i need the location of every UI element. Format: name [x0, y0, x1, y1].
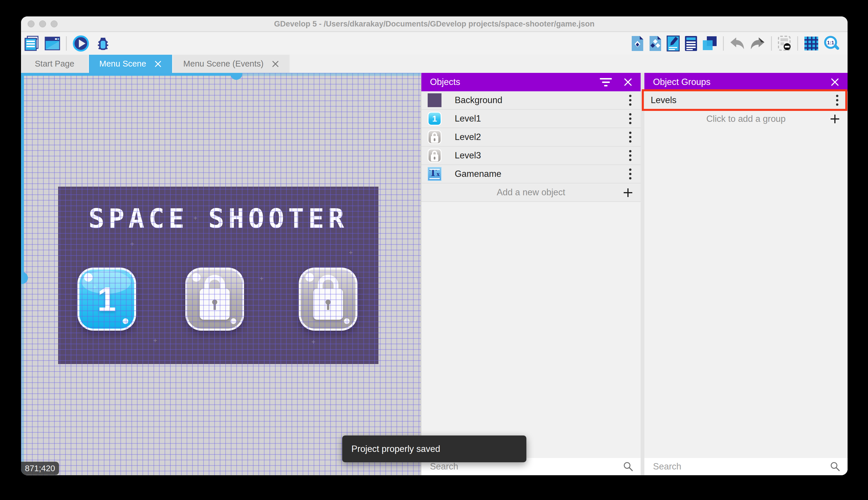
toolbar-separator [797, 36, 798, 51]
project-manager-icon[interactable] [24, 36, 39, 51]
close-panel-icon[interactable] [623, 78, 633, 87]
star-decoration: + [312, 338, 315, 346]
tab-label: Start Page [35, 59, 74, 69]
layers-icon[interactable] [702, 36, 717, 51]
close-tab-icon[interactable] [154, 60, 162, 68]
tab-label: Menu Scene (Events) [183, 59, 263, 69]
remove-instances-icon[interactable] [778, 35, 791, 52]
toolbar-separator [723, 36, 724, 51]
objects-editor-icon[interactable] [631, 35, 644, 52]
gloss-dot [122, 318, 128, 324]
scene-background-instance[interactable]: SPACE SHOOTER + + + + + + + + 1 [58, 186, 378, 364]
tab-menu-scene[interactable]: Menu Scene [89, 55, 172, 73]
kebab-menu-icon[interactable] [627, 167, 633, 181]
window-title: GDevelop 5 - /Users/dkarakay/Documents/G… [21, 20, 847, 29]
level3-button-instance[interactable] [299, 268, 357, 331]
add-object-row[interactable]: Add a new object [421, 183, 641, 202]
preview-play-icon[interactable] [72, 35, 89, 52]
vertical-scrollbar-track[interactable] [21, 278, 24, 475]
close-panel-icon[interactable] [830, 78, 840, 87]
svg-text:1:1: 1:1 [827, 40, 834, 46]
kebab-menu-icon[interactable] [627, 148, 633, 163]
tab-label: Menu Scene [99, 59, 146, 69]
object-groups-editor-icon[interactable] [649, 35, 662, 52]
save-toast: Project properly saved [342, 435, 526, 462]
level3-thumbnail [428, 149, 442, 162]
add-group-row[interactable]: Click to add a group [644, 110, 847, 128]
kebab-menu-icon[interactable] [627, 112, 633, 126]
kebab-menu-icon[interactable] [834, 93, 840, 107]
object-groups-panel: Object Groups Levels Click to add a grou… [644, 73, 847, 475]
toast-message: Project properly saved [351, 444, 440, 454]
search-icon[interactable] [623, 461, 634, 472]
horizontal-scrollbar-thumb[interactable] [230, 73, 242, 80]
object-name: Level1 [455, 113, 481, 124]
level2-thumbnail [428, 130, 442, 144]
objects-search-input[interactable] [430, 462, 623, 472]
horizontal-scrollbar-track[interactable] [236, 73, 421, 76]
object-name: Level2 [455, 132, 481, 142]
tab-menu-scene-events[interactable]: Menu Scene (Events) [173, 55, 290, 73]
panel-divider[interactable] [641, 73, 644, 475]
kebab-menu-icon[interactable] [627, 93, 633, 107]
object-row-gamename[interactable]: Tx Gamename [421, 165, 641, 183]
gloss-dot [84, 273, 93, 282]
app-window-icon[interactable] [45, 37, 60, 50]
groups-search-input[interactable] [653, 462, 830, 472]
level2-button-instance[interactable] [185, 268, 244, 331]
close-tab-icon[interactable] [272, 60, 279, 68]
titlebar: GDevelop 5 - /Users/dkarakay/Documents/G… [21, 16, 847, 32]
object-groups-panel-header: Object Groups [644, 73, 847, 91]
object-row-background[interactable]: Background [421, 91, 641, 110]
scene-editor-canvas[interactable]: SPACE SHOOTER + + + + + + + + 1 [21, 73, 421, 475]
star-decoration: + [349, 249, 353, 257]
star-decoration: + [329, 205, 333, 213]
objects-panel: Objects Background 1 Level1 [421, 73, 641, 475]
toolbar-separator [66, 36, 67, 51]
search-icon[interactable] [830, 461, 841, 472]
object-row-level1[interactable]: 1 Level1 [421, 110, 641, 128]
toolbar-separator [771, 36, 772, 51]
gamename-thumbnail: Tx [428, 167, 442, 181]
objects-panel-title: Objects [430, 77, 460, 87]
gloss-dot [305, 273, 314, 282]
grid-icon[interactable] [804, 36, 819, 51]
main-toolbar: 1:1 [21, 32, 847, 55]
kebab-menu-icon[interactable] [627, 130, 633, 144]
debug-icon[interactable] [95, 35, 111, 52]
gloss-dot [192, 273, 201, 282]
redo-icon[interactable] [750, 37, 765, 50]
vertical-scrollbar-thumb[interactable] [21, 272, 28, 284]
undo-icon[interactable] [730, 37, 745, 50]
horizontal-scrollbar[interactable] [21, 73, 236, 76]
zoom-one-to-one-icon[interactable]: 1:1 [823, 35, 840, 52]
group-name: Levels [651, 95, 677, 105]
star-decoration: + [130, 240, 134, 248]
tab-start-page[interactable]: Start Page [21, 55, 88, 73]
gloss-dot [231, 318, 236, 324]
object-name: Background [455, 95, 502, 105]
object-groups-panel-title: Object Groups [653, 77, 711, 87]
plus-icon[interactable] [622, 187, 634, 201]
level1-button-instance[interactable]: 1 [78, 268, 136, 331]
vertical-scrollbar[interactable] [21, 73, 24, 278]
star-decoration: + [153, 337, 157, 344]
groups-search-bar [644, 458, 847, 475]
gdevelop-window: GDevelop 5 - /Users/dkarakay/Documents/G… [21, 16, 847, 475]
content-area: SPACE SHOOTER + + + + + + + + 1 [21, 73, 847, 475]
star-decoration: + [260, 274, 263, 283]
add-object-label: Add a new object [497, 187, 565, 197]
level1-thumbnail: 1 [428, 112, 442, 126]
filter-icon[interactable] [600, 78, 612, 87]
background-thumbnail [428, 93, 442, 107]
object-row-level2[interactable]: Level2 [421, 128, 641, 147]
object-name: Gamename [455, 169, 501, 179]
group-row-levels[interactable]: Levels [644, 91, 847, 110]
properties-icon[interactable] [667, 35, 680, 52]
object-row-level3[interactable]: Level3 [421, 147, 641, 165]
editor-toolbar-group: 1:1 [631, 35, 840, 52]
plus-icon[interactable] [829, 113, 841, 127]
star-decoration: + [93, 283, 97, 291]
add-group-label: Click to add a group [706, 114, 786, 124]
instances-list-icon[interactable] [684, 35, 697, 52]
